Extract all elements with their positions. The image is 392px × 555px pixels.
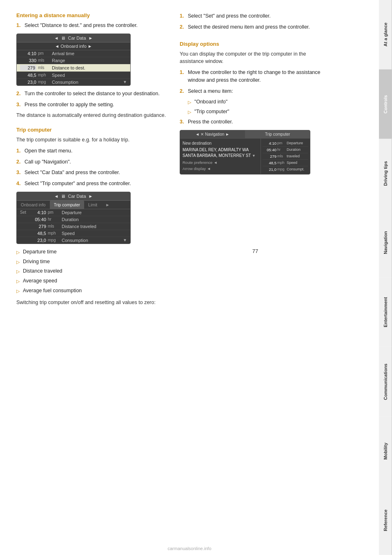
bullet-text-5: Average fuel consumption [23, 287, 82, 295]
step-2-num: 2. [16, 90, 22, 98]
sidebar-tab-navigation[interactable]: Navigation [379, 208, 392, 278]
trip-step-4-num: 4. [16, 180, 22, 188]
bullet-arrow-3: ▷ [16, 268, 20, 275]
sidebar-tab-communications[interactable]: Communications [379, 347, 392, 416]
nav-val-3: 48,5 [263, 161, 276, 165]
display-intro: You can display the computer or the trip… [180, 50, 331, 66]
nav-arrow-display: Arrow display ◄ [183, 166, 258, 171]
screen-1-row-2: 279 mls Distance to dest. [17, 64, 130, 72]
nav-unit-1: hr [277, 148, 285, 152]
screen-1-row-1: 330 mls Range [17, 57, 130, 64]
screen-1-label-2: Distance to dest. [52, 65, 127, 70]
right-step-1: 1. Select "Set" and press the controller… [180, 12, 331, 20]
display-step-1-num: 1. [180, 69, 185, 84]
screen-2-tab-onboard[interactable]: Onboard info [17, 201, 50, 209]
screen-1-label-1: Range [52, 58, 127, 63]
display-step-3: 3. Press the controller. [180, 118, 331, 126]
screen-2-label-2: Distance traveled [62, 224, 127, 229]
bullet-text-1: Departure time [23, 248, 57, 256]
screen-2-row-2: 279 mls Distance traveled [17, 223, 130, 230]
screen-1-left-arrow: ◄ [54, 36, 59, 40]
right-step-2: 2. Select the desired menu item and pres… [180, 23, 331, 31]
car-data-screen-1: ◄ 🖥 Car Data ► ◄ Onboard info ► 4:10 pm … [16, 34, 131, 86]
nav-row-3: 48,5 mph Speed [263, 160, 308, 166]
nav-unit-3: mph [277, 161, 285, 165]
nav-row-2: 279 mls traveled [263, 153, 308, 160]
display-bullet-text-2: "Trip computer" [194, 108, 229, 116]
screen-1-unit-2: mls [38, 65, 49, 70]
screen-2-val-0: 4:10 [30, 210, 46, 215]
right-column: 1. Select "Set" and press the controller… [180, 12, 331, 306]
screen-1-val-0: 4:10 [20, 51, 36, 56]
screen-2-right-arrow: ► [89, 194, 93, 199]
bullet-arrow-4: ▷ [16, 278, 20, 285]
section-heading-trip: Trip computer [16, 127, 167, 133]
screen-2-icon: 🖥 [61, 194, 65, 199]
screen-1-label-4: Consumption [52, 80, 123, 85]
screen-1-icon: 🖥 [61, 36, 65, 40]
screen-2-tab-trip[interactable]: Trip computer [50, 201, 84, 209]
nav-row-1: 05:40 hr Duration [263, 147, 308, 153]
bullet-fuel: ▷ Average fuel consumption [16, 287, 167, 295]
sidebar-tab-at-a-glance[interactable]: At a glance [379, 0, 392, 69]
screen-2-set-0: Set [20, 210, 30, 215]
bullet-departure: ▷ Departure time [16, 248, 167, 256]
nav-lbl-3: Speed [287, 161, 297, 165]
screen-2-title: Car Data [68, 194, 86, 199]
bullet-arrow-2: ▷ [16, 259, 20, 266]
sidebar-tab-mobility[interactable]: Mobility [379, 416, 392, 486]
screen-2-label-4: Consumption [62, 238, 123, 243]
display-bullet-text-1: "Onboard info" [194, 98, 227, 106]
nav-val-1: 05:40 [263, 148, 276, 152]
step-1-text: Select "Distance to dest." and press the… [24, 22, 167, 29]
screen-2-tab-more[interactable]: ► [101, 201, 114, 209]
screen-2-tab-limit[interactable]: Limit [84, 201, 101, 209]
trip-intro: The trip computer is suitable e.g. for a… [16, 136, 167, 144]
sidebar-tab-controls[interactable]: Controls [379, 69, 392, 139]
step-3-num: 3. [16, 101, 22, 109]
step-3: 3. Press the controller to apply the set… [16, 101, 167, 109]
step-3-text: Press the controller to apply the settin… [24, 101, 167, 109]
screen-2-unit-2: mls [48, 224, 59, 228]
screen-1-val-1: 330 [20, 58, 36, 63]
screen-1-val-4: 23,0 [20, 80, 36, 85]
bullet-text-2: Driving time [23, 258, 50, 266]
screen-2-val-2: 279 [30, 224, 46, 229]
screen-1-row-3: 48,5 mph Speed [17, 72, 130, 79]
distance-note: The distance is automatically entered du… [16, 112, 167, 119]
screen-1-val-2: 279 [20, 65, 36, 71]
screen-2-val-3: 48,5 [30, 231, 46, 236]
bullet-text-4: Average speed [23, 277, 57, 285]
right-step-1-text: Select "Set" and press the controller. [188, 12, 331, 20]
trip-step-2-text: Call up "Navigation". [24, 158, 167, 166]
nav-route: Route preference ◄ [183, 160, 258, 165]
screen-2-unit-0: pm [48, 210, 59, 215]
screen-1-subheader: ◄ Onboard info ► [17, 43, 130, 50]
nav-screen-header: ◄ ✕ Navigation ► Trip computer [180, 130, 310, 139]
section-heading-display: Display options [180, 41, 331, 47]
nav-dest-title: New destination [183, 141, 258, 145]
trip-step-1: 1. Open the start menu. [16, 147, 167, 155]
trip-step-3-num: 3. [16, 169, 22, 177]
sidebar-tab-entertainment[interactable]: Entertainment [379, 278, 392, 347]
step-1: 1. Select "Distance to dest." and press … [16, 22, 167, 29]
watermark: carmanualsonline.info [0, 546, 379, 551]
screen-1-row-4: 23,0 mpg Consumption ▼ [17, 79, 130, 85]
screen-2-unit-3: mph [48, 231, 59, 235]
sidebar-tab-reference[interactable]: Reference [379, 486, 392, 555]
sidebar-tab-driving-tips[interactable]: Driving tips [379, 139, 392, 208]
nav-header-left: ◄ ✕ Navigation ► [180, 130, 245, 138]
bullet-driving: ▷ Driving time [16, 258, 167, 266]
trip-step-1-num: 1. [16, 147, 22, 155]
bullet-arrow-1: ▷ [16, 249, 20, 256]
display-step-3-num: 3. [180, 118, 185, 126]
screen-2-row-4: 23,0 mpg Consumption ▼ [17, 237, 130, 244]
step-1-num: 1. [16, 22, 22, 29]
screen-2-label-0: Departure [62, 210, 127, 215]
nav-lbl-2: traveled [287, 154, 300, 158]
screen-2-val-4: 23,0 [30, 238, 46, 243]
nav-val-2: 279 [263, 154, 276, 159]
display-bullet-1: ▷ "Onboard info" [188, 98, 331, 106]
display-step-1-text: Move the controller to the right to chan… [188, 69, 331, 84]
trip-step-2-num: 2. [16, 158, 22, 166]
